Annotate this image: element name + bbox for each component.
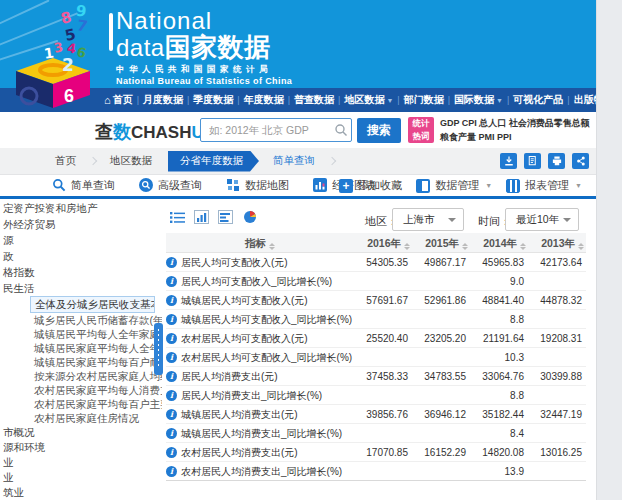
- indicator-label: 居民人均可支配收入_同比增长(%): [181, 272, 332, 290]
- table-row: i农村居民人均消费支出(元)17070.8516152.2914820.0813…: [166, 443, 586, 462]
- sidebar-item[interactable]: 格指数: [0, 264, 162, 280]
- sidebar-item[interactable]: 外经济贸易: [0, 216, 162, 232]
- pie-chart-view-icon[interactable]: [242, 210, 257, 224]
- breadcrumb-current[interactable]: 简单查询: [273, 154, 315, 168]
- sidebar-item[interactable]: 城镇居民家庭平均每人全年消费性支出: [0, 341, 162, 355]
- report-icon[interactable]: [524, 153, 541, 169]
- value-cell: [354, 348, 412, 366]
- sidebar-item[interactable]: 按来源分农村居民家庭人均纯收入: [0, 369, 162, 383]
- sidebar-item[interactable]: 定资产投资和房地产: [0, 200, 162, 216]
- tab-label: 简单查询: [71, 178, 115, 193]
- list-view-icon[interactable]: [170, 210, 185, 224]
- info-icon[interactable]: i: [166, 409, 177, 420]
- nav-item-2[interactable]: 月度数据: [139, 93, 187, 107]
- info-icon[interactable]: i: [166, 428, 177, 439]
- info-icon[interactable]: i: [166, 390, 177, 401]
- info-icon[interactable]: i: [166, 352, 177, 363]
- hbar-chart-view-icon[interactable]: [218, 210, 233, 224]
- chevron-down-icon: ▼: [575, 182, 582, 189]
- sidebar-item[interactable]: 农村居民家庭住房情况: [0, 411, 162, 425]
- sidebar-item[interactable]: 城乡居民人民币储蓄存款(年底余额): [0, 313, 162, 327]
- bar-chart-view-icon[interactable]: [194, 210, 209, 224]
- value-cell: 13.9: [470, 462, 528, 480]
- action-添加收藏[interactable]: +添加收藏: [339, 178, 402, 193]
- search-input[interactable]: [200, 118, 352, 142]
- nav-item-label: 部门数据: [404, 93, 444, 107]
- logo-digit: 2: [62, 55, 74, 75]
- nav-item-label: 首页: [113, 93, 133, 107]
- tab-高级查询[interactable]: 高级查询: [139, 178, 202, 194]
- breadcrumb-section[interactable]: 地区数据: [110, 154, 152, 168]
- sort-icon[interactable]: [462, 243, 468, 250]
- column-header-year[interactable]: 2014年: [470, 233, 528, 252]
- nav-item-4[interactable]: 年度数据: [240, 93, 288, 107]
- column-header-year[interactable]: 2013年: [528, 233, 586, 252]
- info-icon[interactable]: i: [166, 447, 177, 458]
- nav-item-8[interactable]: 国际数据▼: [450, 93, 507, 107]
- info-icon[interactable]: i: [166, 295, 177, 306]
- page-right-margin: [596, 0, 622, 500]
- print-icon[interactable]: [548, 153, 565, 169]
- nav-item-9[interactable]: 可视化产品: [509, 93, 567, 107]
- indicator-cell: i居民人均可支配收入(元): [166, 253, 354, 271]
- sidebar-item[interactable]: 市概况: [0, 425, 162, 440]
- indicator-label: 农村居民人均消费支出(元): [181, 443, 298, 461]
- tab-简单查询[interactable]: 简单查询: [52, 178, 115, 194]
- sidebar-item[interactable]: 源和环境: [0, 440, 162, 455]
- hot-badge-line2: 热词: [408, 130, 434, 143]
- sidebar-item[interactable]: 民生活: [0, 280, 162, 296]
- sidebar-item[interactable]: 城镇居民平均每人全年家庭收入来源: [0, 327, 162, 341]
- search-icon[interactable]: [334, 123, 348, 137]
- action-数据管理[interactable]: 数据管理▼: [416, 178, 492, 193]
- sort-desc-icon: [578, 247, 584, 250]
- time-select[interactable]: 最近10年: [505, 208, 579, 231]
- sidebar-item[interactable]: 农村居民家庭平均每百户主要耐用消费品拥有量: [0, 397, 162, 411]
- tab-数据地图[interactable]: 数据地图: [226, 178, 289, 194]
- value-cell: 35182.44: [470, 405, 528, 423]
- hot-words-line2[interactable]: 粮食产量 PMI PPI: [440, 130, 596, 144]
- sidebar-item-selected[interactable]: 全体及分城乡居民收支基本情况(新口径): [30, 296, 155, 313]
- sort-icon[interactable]: [404, 243, 410, 250]
- sidebar-item[interactable]: 政: [0, 248, 162, 264]
- info-icon[interactable]: i: [166, 314, 177, 325]
- info-icon[interactable]: i: [166, 466, 177, 477]
- sort-icon[interactable]: [269, 243, 275, 250]
- breadcrumb-home[interactable]: 首页: [55, 154, 76, 168]
- action-报表管理[interactable]: 报表管理▼: [506, 178, 582, 193]
- nav-item-label: 月度数据: [143, 93, 183, 107]
- column-header-year[interactable]: 2015年: [412, 233, 470, 252]
- data-manage-icon: [416, 179, 430, 193]
- share-icon[interactable]: [572, 153, 589, 169]
- sidebar-item[interactable]: 业: [0, 470, 162, 485]
- column-header-year[interactable]: 2016年: [354, 233, 412, 252]
- info-icon[interactable]: i: [166, 257, 177, 268]
- search-button[interactable]: 搜索: [357, 118, 401, 143]
- indicator-cell: i农村居民人均可支配收入_同比增长(%): [166, 348, 354, 366]
- nav-item-3[interactable]: 季度数据: [189, 93, 237, 107]
- hot-words-line1[interactable]: GDP CPI 总人口 社会消费品零售总额: [440, 116, 596, 130]
- column-header-indicator[interactable]: 指标: [166, 233, 354, 252]
- nav-item-1[interactable]: ⌂首页: [100, 93, 137, 107]
- sidebar-item[interactable]: 筑业: [0, 485, 162, 500]
- sort-icon[interactable]: [520, 243, 526, 250]
- sidebar-item[interactable]: 城镇居民家庭平均每百户耐用消费品拥有量: [0, 355, 162, 369]
- nav-item-5[interactable]: 普查数据: [290, 93, 338, 107]
- sidebar-collapse-handle[interactable]: [154, 323, 163, 375]
- table-row: i居民人均消费支出(元)37458.3334783.5533064.763039…: [166, 367, 586, 386]
- sort-asc-icon: [578, 243, 584, 246]
- sidebar-item[interactable]: 农村居民家庭平均每人消费支出: [0, 383, 162, 397]
- info-icon[interactable]: i: [166, 333, 177, 344]
- column-header-label: 2014年: [483, 237, 517, 249]
- view-switcher: [170, 210, 257, 224]
- value-cell: 8.8: [470, 386, 528, 404]
- region-select[interactable]: 上海市: [392, 208, 464, 231]
- sidebar-item[interactable]: 业: [0, 455, 162, 470]
- info-icon[interactable]: i: [166, 276, 177, 287]
- sort-icon[interactable]: [578, 243, 584, 250]
- nav-item-7[interactable]: 部门数据: [400, 93, 448, 107]
- sidebar-item[interactable]: 源: [0, 232, 162, 248]
- breadcrumb-active[interactable]: 分省年度数据: [168, 151, 259, 172]
- info-icon[interactable]: i: [166, 371, 177, 382]
- download-icon[interactable]: [500, 153, 517, 169]
- nav-item-6[interactable]: 地区数据▼: [340, 93, 397, 107]
